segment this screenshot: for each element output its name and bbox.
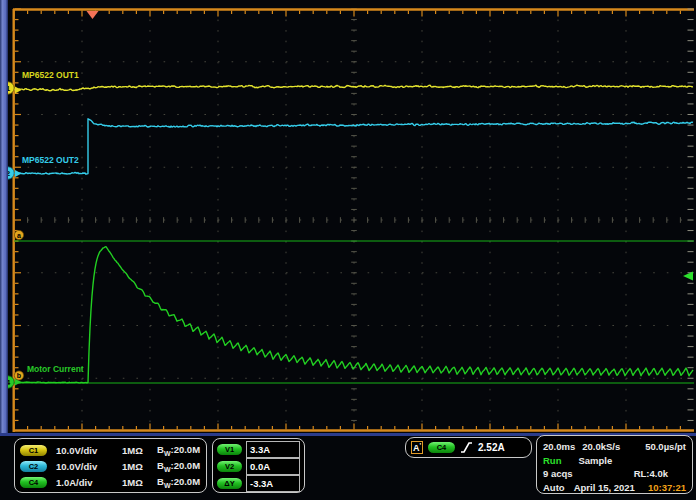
ch2-badge[interactable]: C2 xyxy=(20,461,47,472)
ch2-settings-row: C2 10.0V/div 1MΩ BW:20.0M xyxy=(20,458,201,474)
trigger-a-badge[interactable]: A' xyxy=(411,441,423,454)
cursor-dy-badge[interactable]: ΔY xyxy=(217,478,242,489)
run-state: Run xyxy=(543,455,561,466)
trigger-mode: Auto xyxy=(543,482,565,493)
ch1-scale: 10.0V/div xyxy=(56,445,122,456)
ch1-settings-row: C1 10.0V/div 1MΩ BW:20.0M xyxy=(20,442,201,458)
cursor-v2-row: V2 0.0A xyxy=(217,458,300,475)
window-frame-left xyxy=(0,0,8,500)
trigger-readout-panel: A' C4 2.52A xyxy=(405,437,532,458)
record-length: RL:4.0k xyxy=(634,468,668,479)
trigger-position-marker[interactable] xyxy=(87,11,99,19)
ch1-badge[interactable]: C1 xyxy=(20,445,47,456)
ch4-trace-label: Motor Current xyxy=(27,364,84,374)
ch2-trace-label: MP6522 OUT2 xyxy=(22,155,79,165)
readout-bar: C1 10.0V/div 1MΩ BW:20.0M C2 10.0V/div 1… xyxy=(0,433,696,500)
ch2-impedance: 1MΩ xyxy=(122,461,157,472)
ch4-settings-row: C4 1.0A/div 1MΩ BW:20.0M xyxy=(20,475,201,491)
cursor-readout-panel: V1 3.3A V2 0.0A ΔY -3.3A xyxy=(212,438,305,493)
oscilloscope-screen: MP6522 OUT1 MP6522 OUT2 Motor Current 1 … xyxy=(0,0,696,500)
ch1-trace-label: MP6522 OUT1 xyxy=(22,70,79,80)
rising-edge-slope-icon xyxy=(460,441,473,454)
timebase-row-acq: Run Sample xyxy=(543,454,686,468)
time-label: 10:37:21 xyxy=(648,482,686,493)
waveform-traces xyxy=(14,85,693,383)
sample-resolution: 50.0µs/pt xyxy=(645,441,686,452)
timebase-row-datetime: Auto April 15, 2021 10:37:21 xyxy=(543,481,686,495)
trigger-source-badge[interactable]: C4 xyxy=(428,442,455,453)
sample-rate: 20.0kS/s xyxy=(582,441,620,452)
ch4-badge[interactable]: C4 xyxy=(20,477,47,488)
timebase-row-acqs: 9 acqs RL:4.0k xyxy=(543,467,686,481)
ch1-bandwidth: BW:20.0M xyxy=(157,444,200,457)
cursor-dy-value: -3.3A xyxy=(246,475,300,493)
cursor-v1-row: V1 3.3A xyxy=(217,441,300,458)
timebase-scale: 20.0ms xyxy=(543,441,575,452)
svg-text:b: b xyxy=(17,372,21,379)
ch2-scale: 10.0V/div xyxy=(56,461,122,472)
svg-text:a: a xyxy=(17,232,21,239)
cursor-v2-value: 0.0A xyxy=(246,458,300,476)
ch4-bandwidth: BW:20.0M xyxy=(157,476,200,489)
ch4-scale: 1.0A/div xyxy=(56,477,122,488)
cursor-v1-badge[interactable]: V1 xyxy=(217,444,242,455)
cursor-dy-row: ΔY -3.3A xyxy=(217,475,300,492)
acquisition-mode: Sample xyxy=(578,455,612,466)
cursor-v1-value: 3.3A xyxy=(246,441,300,459)
ch2-bandwidth: BW:20.0M xyxy=(157,460,200,473)
scope-display: MP6522 OUT1 MP6522 OUT2 Motor Current 1 … xyxy=(0,0,696,433)
date-label: April 15, 2021 xyxy=(574,482,635,493)
channel-settings-panel: C1 10.0V/div 1MΩ BW:20.0M C2 10.0V/div 1… xyxy=(14,438,207,493)
cursor-a-handle[interactable]: a xyxy=(14,230,23,239)
timebase-row-scale: 20.0ms 20.0kS/s 50.0µs/pt xyxy=(543,440,686,454)
ch4-impedance: 1MΩ xyxy=(122,477,157,488)
cursor-b-handle[interactable]: b xyxy=(14,371,23,380)
acquisition-count: 9 acqs xyxy=(543,468,573,479)
ch1-impedance: 1MΩ xyxy=(122,445,157,456)
cursor-v2-badge[interactable]: V2 xyxy=(217,461,242,472)
trigger-level-value: 2.52A xyxy=(478,442,505,453)
timebase-panel: 20.0ms 20.0kS/s 50.0µs/pt Run Sample 9 a… xyxy=(536,435,693,494)
